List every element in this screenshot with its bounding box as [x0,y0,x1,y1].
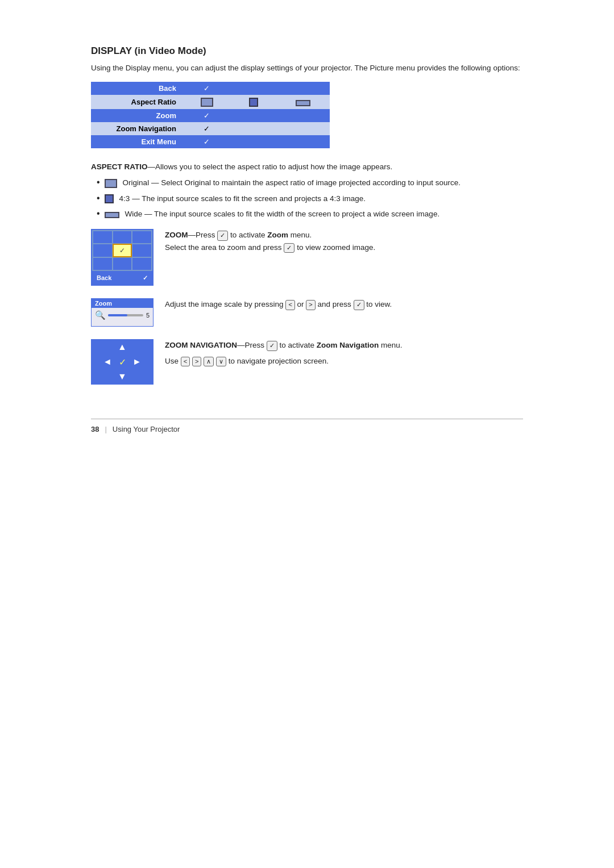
zoom-grid-bottom-bar: Back ✓ [92,271,152,285]
menu-item-zoom: Zoom [91,109,182,122]
nav-empty-3: · [101,370,114,383]
footer-separator: | [105,425,106,433]
original-icon [105,177,117,189]
zoom-nav-line1: ZOOM NAVIGATION—Press ✓ to activate Zoom… [165,339,403,352]
grid-cell-1 [93,231,113,244]
greater-than-key: > [306,300,315,310]
zoom-slider-thumbnail: Zoom 🔍 5 [91,298,154,327]
aspect-ratio-bullets: • Original — Select Original to maintain… [97,177,523,220]
menu-zn-col3 [232,122,276,135]
menu-zn-col4 [276,122,330,135]
43-icon [105,193,114,205]
bullet-dot-1: • [97,178,100,187]
page-number: 38 [91,425,99,433]
zoom-scale-text: Adjust the image scale by pressing < or … [165,298,392,311]
menu-exit-col2: ✓ [182,135,232,148]
aspect-ratio-desc-text: —Allows you to select the aspect ratio t… [148,162,393,171]
menu-zoom-col2: ✓ [182,109,232,122]
intro-text: Using the Display menu, you can adjust t… [91,62,523,74]
slider-value: 5 [146,312,150,319]
nav-up-arrow: ▲ [115,340,129,354]
bullet-wide: • Wide — The input source scales to fit … [97,208,523,220]
zoom-nav-enter-key: ✓ [267,341,277,350]
zoom-section: ✓ Back ✓ ZOOM—Press ✓ to activate Zoom m… [91,229,523,286]
grid-cell-6 [132,244,152,257]
nav-empty-4: · [130,370,144,383]
magnify-icon: 🔍 [95,310,106,320]
menu-zn-col2: ✓ [182,122,232,135]
footer-text: Using Your Projector [113,425,180,433]
nav-empty-1: · [101,340,114,354]
nav-right-arrow: ► [130,355,144,369]
grid-cell-7 [93,257,113,270]
zoom-title: ZOOM [165,231,188,239]
bullet-dot-2: • [97,194,100,203]
page-content: DISPLAY (in Video Mode) Using the Displa… [91,45,523,433]
zoom-desc-line2: Select the area to zoom and press ✓ to v… [165,241,375,254]
grid-cell-5-selected: ✓ [113,244,132,257]
menu-ar-original [182,95,232,109]
menu-back-col3 [232,82,276,95]
zoom-desc-line1: ZOOM—Press ✓ to activate Zoom menu. [165,229,375,241]
grid-cell-8 [113,257,132,270]
zoom-grid-check: ✓ [143,274,148,282]
zoom-navigation-description: ZOOM NAVIGATION—Press ✓ to activate Zoom… [165,339,403,367]
menu-exit-col4 [276,135,330,148]
zoom-enter-key2: ✓ [284,243,294,253]
less-than-key: < [285,300,294,310]
nav-left-arrow: ◄ [101,355,114,369]
nav-key-up: ∧ [204,357,214,366]
nav-empty-2: · [130,340,144,354]
zoom-nav-line2: Use < > ∧ ∨ to navigate projection scree… [165,355,403,368]
menu-zoom-col3 [232,109,276,122]
menu-item-back: Back [91,82,182,95]
menu-item-aspect-ratio: Aspect Ratio [91,95,182,109]
nav-arrows-grid: · ▲ · ◄ ✓ ► · ▼ · [101,340,144,383]
slider-track [108,314,143,316]
bullet-43: • 4:3 — The input source scales to fit t… [97,193,523,205]
zoom-grid-inner: ✓ [92,230,152,271]
menu-zoom-col4 [276,109,330,122]
enter-key: ✓ [354,300,364,310]
zoom-slider-body: 🔍 5 [92,310,153,320]
bullet-43-text: 4:3 — The input source scales to fit the… [119,193,366,205]
zoom-nav-activate: to activate Zoom Navigation menu. [277,341,403,349]
zoom-slider-section: Zoom 🔍 5 Adjust the image scale by press… [91,298,523,327]
menu-ar-wide [276,95,330,109]
zoom-slider-label: Zoom [95,300,112,307]
zoom-grid-back-label: Back [97,274,111,281]
grid-cell-4 [93,244,113,257]
grid-cell-9 [132,257,152,270]
bullet-original: • Original — Select Original to maintain… [97,177,523,189]
section-title: DISPLAY (in Video Mode) [91,45,523,57]
nav-key-lt: < [181,357,190,366]
zoom-enter-key: ✓ [217,231,228,240]
zoom-slider-label-bar: Zoom [92,299,153,308]
wide-icon [105,208,119,220]
zoom-nav-thumbnail: · ▲ · ◄ ✓ ► · ▼ · [91,339,154,385]
menu-exit-col3 [232,135,276,148]
bullet-dot-3: • [97,209,100,218]
menu-item-exit: Exit Menu [91,135,182,148]
zoom-nav-title: ZOOM NAVIGATION [165,341,237,349]
aspect-ratio-description: ASPECT RATIO—Allows you to select the as… [91,161,523,220]
menu-back-col2: ✓ [182,82,232,95]
zoom-navigation-section: · ▲ · ◄ ✓ ► · ▼ · ZOOM NAVIGATION—Press … [91,339,523,385]
nav-center-check: ✓ [115,355,129,369]
menu-ar-43 [232,95,276,109]
zoom-scale-line: Adjust the image scale by pressing < or … [165,298,392,311]
grid-cell-3 [132,231,152,244]
nav-key-gt: > [192,357,201,366]
zoom-dash: —Press [188,231,218,239]
menu-item-zoom-navigation: Zoom Navigation [91,122,182,135]
menu-back-col4 [276,82,330,95]
zoom-nav-dash: —Press [237,341,267,349]
slider-fill [108,314,127,316]
nav-down-arrow: ▼ [115,370,129,383]
ar-original-icon [201,98,213,107]
nav-key-down: ∨ [216,357,226,366]
ar-43-icon [249,98,258,107]
page-footer: 38 | Using Your Projector [91,419,523,433]
zoom-desc-activate: to activate Zoom menu. [228,231,312,239]
ar-wide-icon [296,100,310,106]
